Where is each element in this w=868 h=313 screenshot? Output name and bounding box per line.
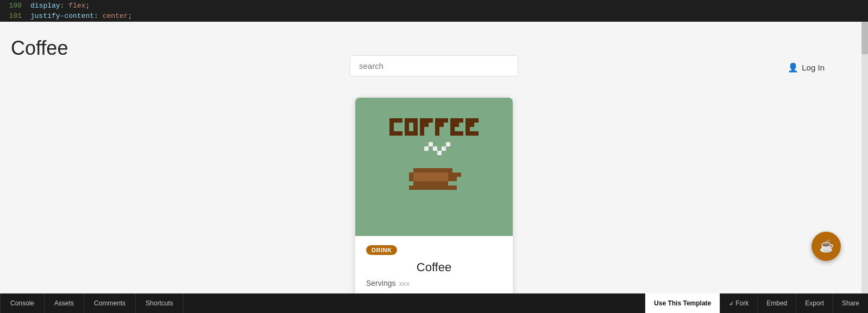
tab-comments[interactable]: Comments	[84, 293, 136, 313]
svg-rect-77	[409, 177, 413, 181]
search-container	[350, 55, 518, 76]
scrollbar-track[interactable]	[861, 22, 868, 293]
svg-rect-24	[420, 131, 424, 136]
embed-button[interactable]: Embed	[757, 293, 796, 313]
code-editor: 100 display: flex; 101 justify-content: …	[0, 0, 868, 22]
svg-rect-60	[431, 168, 435, 173]
svg-rect-74	[448, 173, 452, 177]
bottom-bar: Console Assets Comments Shortcuts Use Th…	[0, 293, 868, 313]
code-text: display: flex;	[30, 1, 90, 11]
svg-rect-102	[435, 186, 439, 190]
bottom-right: Use This Template ↲ Fork Embed Export Sh…	[645, 293, 868, 313]
main-area: Coffee 👤 Log In	[0, 22, 868, 293]
svg-rect-33	[455, 118, 459, 123]
svg-rect-96	[409, 186, 413, 190]
bottom-left: Console Assets Comments Shortcuts	[0, 293, 184, 313]
fab-button[interactable]: ☕	[812, 232, 841, 261]
card-body: DRINK Coffee Servings xxx	[355, 236, 513, 293]
servings-label: Servings	[366, 279, 395, 288]
svg-rect-98	[418, 186, 422, 190]
svg-rect-62	[439, 168, 444, 173]
use-template-label: Use This Template	[654, 299, 711, 307]
svg-rect-40	[459, 131, 463, 136]
card-servings: Servings xxx	[366, 279, 502, 288]
svg-rect-67	[418, 173, 422, 177]
svg-rect-84	[439, 177, 444, 181]
svg-rect-29	[439, 123, 444, 127]
tab-console[interactable]: Console	[0, 293, 45, 313]
svg-rect-70	[431, 173, 435, 177]
svg-rect-2	[398, 118, 402, 123]
svg-rect-69	[426, 173, 431, 177]
svg-rect-3	[389, 123, 394, 127]
svg-rect-51	[429, 142, 433, 146]
svg-rect-1	[394, 118, 398, 123]
tab-shortcuts[interactable]: Shortcuts	[136, 293, 184, 313]
search-input[interactable]	[350, 55, 518, 76]
svg-rect-85	[444, 177, 448, 181]
svg-rect-54	[442, 146, 446, 151]
svg-rect-92	[431, 181, 435, 186]
fork-label: Fork	[735, 299, 749, 307]
tab-assets[interactable]: Assets	[45, 293, 84, 313]
use-template-button[interactable]: Use This Template	[645, 293, 720, 313]
export-label: Export	[805, 299, 824, 307]
svg-rect-80	[422, 177, 426, 181]
svg-rect-50	[424, 146, 429, 151]
svg-rect-87	[452, 177, 457, 181]
user-icon: 👤	[788, 62, 798, 73]
svg-rect-21	[420, 123, 424, 127]
svg-rect-89	[418, 181, 422, 186]
tab-assets-label: Assets	[54, 299, 74, 307]
svg-rect-41	[466, 118, 470, 123]
svg-rect-5	[389, 131, 394, 136]
svg-rect-15	[405, 131, 409, 136]
svg-rect-72	[439, 173, 444, 177]
svg-rect-6	[394, 131, 398, 136]
svg-rect-39	[455, 131, 459, 136]
svg-rect-14	[413, 127, 418, 131]
coffee-pixel-art	[380, 107, 488, 227]
svg-rect-63	[444, 168, 448, 173]
coffee-card: DRINK Coffee Servings xxx	[355, 98, 513, 293]
login-button[interactable]: 👤 Log In	[788, 62, 825, 73]
card-image	[355, 98, 513, 236]
svg-rect-28	[435, 123, 439, 127]
svg-rect-7	[398, 131, 402, 136]
svg-rect-27	[444, 118, 448, 123]
svg-rect-37	[450, 127, 455, 131]
svg-rect-32	[450, 118, 455, 123]
tab-shortcuts-label: Shortcuts	[146, 299, 173, 307]
coffee-icon: ☕	[819, 239, 834, 253]
share-button[interactable]: Share	[833, 293, 868, 313]
svg-rect-76	[457, 173, 461, 177]
svg-rect-90	[422, 181, 426, 186]
svg-rect-42	[470, 118, 474, 123]
svg-rect-79	[418, 177, 422, 181]
svg-rect-16	[409, 131, 413, 136]
export-button[interactable]: Export	[796, 293, 833, 313]
svg-rect-30	[435, 127, 439, 131]
svg-rect-100	[426, 186, 431, 190]
svg-rect-49	[474, 131, 479, 136]
svg-rect-56	[413, 168, 418, 173]
svg-rect-38	[450, 131, 455, 136]
svg-rect-81	[426, 177, 431, 181]
svg-rect-68	[422, 173, 426, 177]
tab-comments-label: Comments	[94, 299, 125, 307]
svg-rect-17	[413, 131, 418, 136]
line-number: 100	[5, 1, 22, 11]
fork-button[interactable]: ↲ Fork	[720, 293, 757, 313]
scrollbar-thumb[interactable]	[861, 22, 868, 54]
svg-rect-44	[466, 123, 470, 127]
svg-rect-61	[435, 168, 439, 173]
svg-rect-93	[435, 181, 439, 186]
code-line-101: 101 justify-content: center;	[5, 11, 868, 22]
svg-rect-20	[429, 118, 433, 123]
svg-rect-99	[422, 186, 426, 190]
share-label: Share	[842, 299, 859, 307]
svg-rect-59	[426, 168, 431, 173]
svg-rect-25	[435, 118, 439, 123]
svg-rect-66	[413, 173, 418, 177]
servings-value: xxx	[399, 279, 410, 288]
